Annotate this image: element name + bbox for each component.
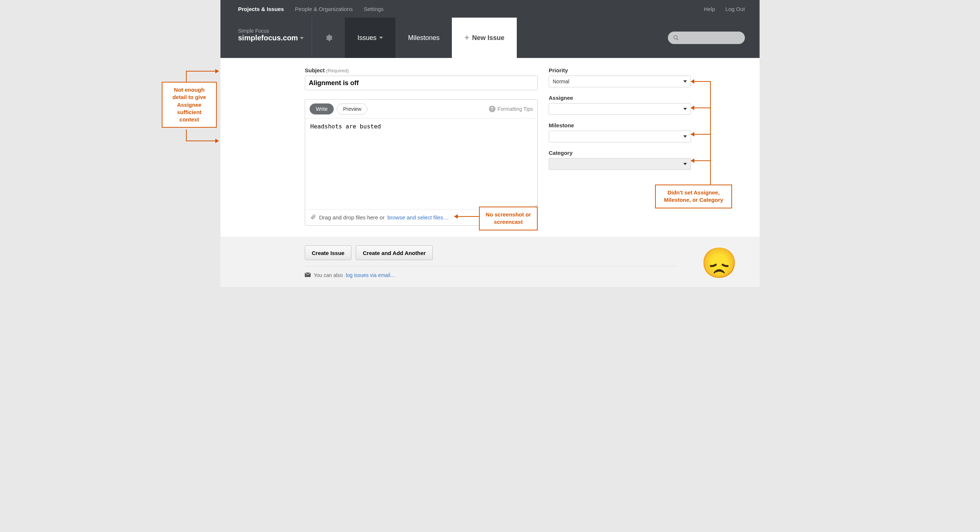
- tab-issues-label: Issues: [357, 34, 376, 42]
- search-box[interactable]: [668, 32, 745, 44]
- plus-icon: +: [465, 33, 469, 43]
- nav-settings[interactable]: Settings: [364, 6, 383, 12]
- chevron-down-icon: [300, 37, 304, 39]
- mail-icon: [305, 272, 311, 278]
- tab-milestones-label: Milestones: [408, 34, 439, 42]
- nav-projects-issues[interactable]: Projects & Issues: [238, 6, 284, 12]
- tab-new-issue-label: New Issue: [472, 34, 504, 42]
- annotation-right: Didn't set Assignee, Milestone, or Categ…: [655, 185, 732, 209]
- project-switcher[interactable]: simplefocus.com: [238, 34, 304, 42]
- project-header: Simple Focus simplefocus.com Issues Mile…: [220, 18, 760, 58]
- log-via-email-link[interactable]: log issues via email…: [346, 272, 395, 278]
- create-add-another-button[interactable]: Create and Add Another: [356, 245, 433, 260]
- annotation-mid: No screenshot or screencast: [479, 207, 538, 230]
- chevron-down-icon: [683, 135, 687, 138]
- create-issue-button[interactable]: Create Issue: [305, 245, 352, 260]
- paperclip-icon: [310, 214, 316, 221]
- editor-tab-preview[interactable]: Preview: [337, 104, 368, 115]
- top-nav: Projects & Issues People & Organizations…: [220, 0, 760, 18]
- milestone-label: Milestone: [549, 122, 691, 128]
- svg-point-0: [674, 36, 677, 39]
- chevron-down-icon: [683, 108, 687, 110]
- subject-input[interactable]: [305, 76, 538, 90]
- browse-files-link[interactable]: browse and select files…: [387, 214, 449, 220]
- issue-body-textarea[interactable]: Headshots are busted: [305, 118, 537, 208]
- gear-icon: [325, 34, 332, 42]
- milestone-select[interactable]: [549, 131, 691, 142]
- annotation-left: Not enough detail to give Assignee suffi…: [162, 82, 217, 128]
- svg-line-1: [677, 38, 678, 40]
- category-label: Category: [549, 150, 691, 156]
- category-select[interactable]: [549, 158, 691, 170]
- assignee-select[interactable]: [549, 103, 691, 115]
- chevron-down-icon: [683, 163, 687, 165]
- priority-label: Priority: [549, 67, 691, 73]
- nav-logout[interactable]: Log Out: [725, 6, 745, 12]
- help-icon: ?: [489, 106, 495, 112]
- tab-new-issue[interactable]: + New Issue: [452, 18, 517, 58]
- search-icon: [673, 35, 679, 41]
- chevron-down-icon: [683, 80, 687, 83]
- form-footer: Create Issue Create and Add Another You …: [220, 237, 760, 287]
- tab-issues[interactable]: Issues: [345, 18, 395, 58]
- subject-label: Subject (Required): [305, 67, 538, 73]
- sad-emoji: 😞: [701, 246, 738, 280]
- editor-tab-write[interactable]: Write: [310, 104, 334, 115]
- priority-select[interactable]: Normal: [549, 76, 691, 87]
- nav-help[interactable]: Help: [704, 6, 715, 12]
- tab-milestones[interactable]: Milestones: [395, 18, 452, 58]
- project-settings-button[interactable]: [312, 18, 345, 58]
- project-name: simplefocus.com: [238, 34, 298, 42]
- formatting-tips-link[interactable]: ? Formatting Tips: [489, 106, 533, 112]
- nav-people-orgs[interactable]: People & Organizations: [295, 6, 353, 12]
- org-name: Simple Focus: [238, 28, 304, 34]
- assignee-label: Assignee: [549, 95, 691, 101]
- chevron-down-icon: [379, 37, 383, 39]
